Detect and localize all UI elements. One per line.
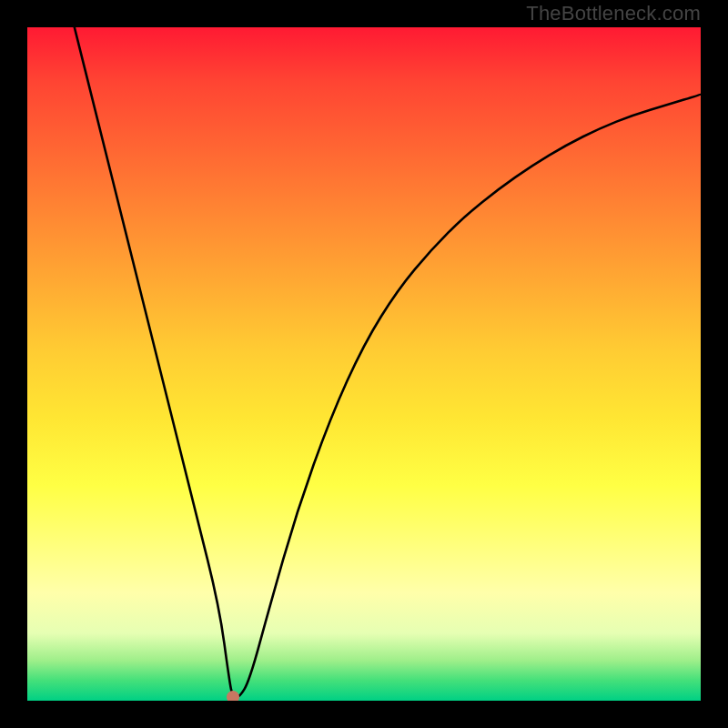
bottleneck-curve: [27, 27, 701, 701]
watermark-text: TheBottleneck.com: [526, 2, 701, 25]
chart-frame: [27, 27, 701, 701]
minimum-marker-icon: [227, 691, 239, 701]
